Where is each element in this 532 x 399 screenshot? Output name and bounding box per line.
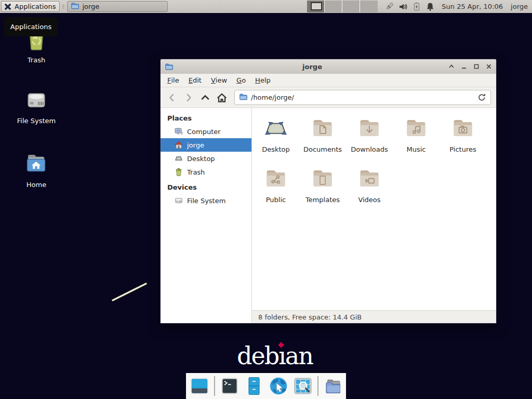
menu-view[interactable]: View — [206, 74, 232, 87]
desktop-icon — [175, 154, 183, 163]
taskbar-window-button[interactable]: jorge — [67, 1, 168, 12]
dock-web-browser-icon[interactable] — [269, 376, 288, 396]
up-button[interactable] — [198, 90, 212, 105]
folder-item-desktop[interactable]: Desktop — [252, 115, 299, 166]
sidebar-header: Devices — [161, 179, 251, 194]
sidebar-item-trash[interactable]: Trash — [161, 165, 251, 179]
close-button[interactable] — [486, 63, 492, 70]
window-titlebar[interactable]: jorge — [161, 59, 496, 74]
path-text[interactable]: /home/jorge/ — [251, 94, 294, 101]
folder-item-label: Pictures — [449, 145, 476, 153]
sidebar-header: Places — [161, 112, 251, 125]
folder-icon — [263, 166, 288, 192]
folder-item-templates[interactable]: Templates — [299, 166, 346, 216]
file-manager-window: jorge FileEditViewGoHelp /home/jorge/ Pl… — [160, 59, 497, 324]
folder-icon — [310, 115, 335, 142]
workspace-4[interactable] — [360, 1, 378, 12]
sidebar: PlacesComputerjorgeDesktopTrashDevicesFi… — [161, 108, 252, 323]
folder-item-label: Documents — [303, 145, 342, 153]
applications-menu-label: Applications — [15, 3, 56, 10]
workspace-1[interactable] — [307, 1, 325, 12]
folder-item-label: Music — [407, 145, 426, 153]
menu-help[interactable]: Help — [250, 74, 275, 87]
menu-go[interactable]: Go — [232, 74, 250, 87]
status-bar: 8 folders, Free space: 14.4 GiB — [252, 310, 496, 323]
folder-item-pictures[interactable]: Pictures — [440, 115, 486, 166]
folder-item-label: Downloads — [351, 145, 388, 153]
volume-icon[interactable] — [398, 2, 408, 11]
minimize-button[interactable] — [461, 63, 467, 70]
folder-item-label: Public — [266, 196, 286, 204]
dock-file-cabinet-icon[interactable] — [244, 376, 264, 396]
sidebar-item-label: Computer — [187, 128, 221, 136]
desktop: Applications jorge Sun 25 Apr, 10:06 jor… — [0, 0, 532, 399]
workspace-3[interactable] — [342, 1, 360, 12]
toolbar: /home/jorge/ — [161, 87, 496, 108]
folder-icon — [310, 166, 335, 192]
back-button[interactable] — [165, 90, 179, 105]
folder-item-label: Templates — [305, 196, 340, 204]
path-folder-icon — [239, 92, 247, 102]
battery-icon[interactable] — [412, 2, 421, 11]
bell-icon[interactable] — [425, 2, 435, 11]
sidebar-item-label: Trash — [187, 168, 205, 176]
shade-button[interactable] — [448, 63, 455, 70]
hard-drive-icon — [24, 87, 49, 114]
folder-item-downloads[interactable]: Downloads — [346, 115, 393, 166]
debian-logo: debıan — [237, 342, 313, 370]
applications-tooltip: Applications — [4, 17, 58, 36]
dock-separator — [214, 376, 215, 396]
maximize-button[interactable] — [473, 63, 480, 70]
computer-icon — [175, 127, 183, 136]
folder-item-videos[interactable]: Videos — [346, 166, 393, 216]
desktop-icon-file-system[interactable]: File System — [10, 87, 62, 125]
location-bar[interactable]: /home/jorge/ — [234, 90, 491, 105]
folder-icon — [404, 115, 429, 142]
dock-folders-icon[interactable] — [323, 376, 343, 396]
top-panel: Applications jorge Sun 25 Apr, 10:06 jor… — [0, 0, 532, 13]
xfce-applications-icon — [4, 3, 12, 11]
panel-grip[interactable] — [61, 2, 65, 11]
dock-app-finder-icon[interactable] — [293, 376, 313, 396]
sidebar-item-jorge[interactable]: jorge — [161, 138, 251, 152]
home-button[interactable] — [215, 90, 229, 105]
workspace-window-thumb — [311, 2, 322, 10]
home-icon — [175, 141, 183, 149]
window-folder-icon — [165, 62, 173, 71]
menu-file[interactable]: File — [163, 74, 184, 87]
folder-icon — [450, 115, 475, 142]
workspace-switcher[interactable] — [307, 1, 378, 12]
trash-icon — [175, 168, 183, 176]
folder-item-music[interactable]: Music — [393, 115, 440, 166]
dock-show-desktop-icon[interactable] — [190, 376, 209, 396]
sidebar-item-desktop[interactable]: Desktop — [161, 152, 251, 165]
desktop-icon-home[interactable]: Home — [10, 151, 62, 189]
sidebar-item-label: jorge — [187, 141, 204, 149]
applications-menu-button[interactable]: Applications — [1, 1, 60, 12]
window-title: jorge — [176, 63, 448, 71]
drive-icon — [175, 196, 183, 205]
sidebar-item-label: Desktop — [187, 155, 215, 163]
panel-clock[interactable]: Sun 25 Apr, 10:06 — [442, 3, 503, 10]
sidebar-item-file-system[interactable]: File System — [161, 194, 251, 207]
dock-terminal-icon[interactable] — [220, 376, 240, 396]
sidebar-item-label: File System — [187, 197, 225, 205]
system-tray — [384, 2, 435, 11]
dock-separator — [317, 376, 318, 396]
dock-panel — [186, 373, 346, 399]
folder-item-documents[interactable]: Documents — [299, 115, 346, 166]
folder-item-public[interactable]: Public — [252, 166, 299, 216]
sidebar-item-computer[interactable]: Computer — [161, 125, 251, 138]
folder-icon — [357, 166, 382, 192]
taskbar-window-label: jorge — [82, 3, 99, 10]
pen-icon[interactable] — [384, 2, 394, 11]
workspace-2[interactable] — [325, 1, 342, 12]
folder-grid: DesktopDocumentsDownloadsMusicPicturesPu… — [252, 108, 496, 310]
menu-bar: FileEditViewGoHelp — [161, 74, 496, 87]
menu-edit[interactable]: Edit — [184, 74, 206, 87]
folder-icon — [71, 2, 79, 11]
forward-button[interactable] — [181, 90, 196, 105]
panel-user-label[interactable]: jorge — [511, 3, 528, 10]
reload-icon[interactable] — [477, 93, 486, 102]
home-folder-icon — [24, 151, 49, 178]
